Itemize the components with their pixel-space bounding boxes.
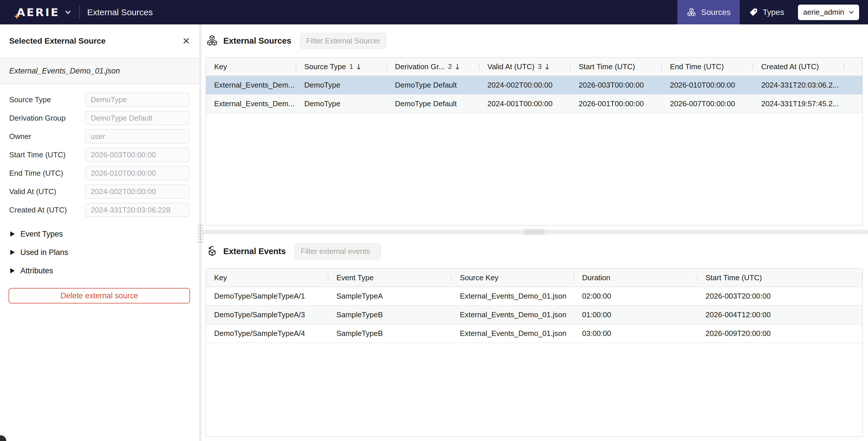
derivation-group-field[interactable]	[85, 111, 189, 125]
cell-filler	[844, 76, 862, 94]
nav-item-label: Sources	[701, 8, 731, 17]
aerie-logo[interactable]: ✦ AERIE	[17, 6, 72, 19]
cell-derivation-group: DemoType Default	[387, 76, 479, 94]
table-header-row: Key Event Type Source Key Duration Start…	[206, 269, 862, 287]
cell-start-time: 2026-009T20:00:00	[698, 324, 862, 343]
column-header-duration[interactable]: Duration	[574, 269, 698, 287]
cell-duration: 02:00:00	[574, 287, 698, 305]
logo-text: AERIE	[17, 6, 60, 19]
column-label: Valid At (UTC)	[487, 62, 534, 71]
nav-divider	[79, 6, 80, 19]
cell-created-at: 2024-331T19:57:45.2...	[753, 95, 844, 113]
nav-item-sources[interactable]: Sources	[677, 0, 740, 24]
table-row[interactable]: DemoType/SampleTypeA/4 SampleTypeB Exter…	[206, 324, 862, 343]
section-attributes[interactable]: Attributes	[10, 262, 199, 280]
form-row: Valid At (UTC)	[9, 182, 189, 201]
cubes-icon	[687, 7, 696, 17]
table-row[interactable]: DemoType/SampleTypeA/3 SampleTypeB Exter…	[206, 306, 862, 324]
cell-event-type: SampleTypeB	[329, 324, 452, 343]
owner-field[interactable]	[85, 129, 189, 144]
column-header-key[interactable]: Key	[206, 269, 329, 287]
external-sources-header: External Sources	[202, 24, 868, 57]
section-event-types[interactable]: Event Types	[10, 225, 199, 243]
sort-order-badge: 2	[448, 63, 452, 70]
column-label: Start Time (UTC)	[579, 62, 635, 71]
column-header-key[interactable]: Key	[206, 58, 296, 76]
logo-star-icon: ✦	[13, 11, 20, 22]
chevron-down-icon	[64, 9, 72, 16]
cell-duration: 03:00:00	[574, 324, 698, 343]
cell-source-type: DemoType	[296, 76, 387, 94]
section-label: Attributes	[20, 266, 53, 275]
column-header-start-time[interactable]: Start Time (UTC)	[570, 58, 662, 76]
cell-source-key: External_Events_Demo_01.json	[452, 306, 574, 324]
field-label: Source Type	[9, 95, 85, 104]
cubes-icon	[206, 35, 218, 47]
sort-desc-icon: ↓	[355, 62, 362, 71]
panel-title: Selected External Source	[9, 36, 182, 46]
field-label: Valid At (UTC)	[9, 187, 85, 196]
vertical-splitter[interactable]	[199, 24, 202, 441]
column-header-event-type[interactable]: Event Type	[329, 269, 452, 287]
cell-event-type: SampleTypeB	[329, 306, 452, 324]
table-row[interactable]: External_Events_Dem... DemoType DemoType…	[206, 76, 862, 95]
column-label: Created At (UTC)	[761, 62, 819, 71]
column-label: Derivation Gr...	[395, 62, 445, 71]
content-area: External Sources Key Source Type 1 ↓ Der…	[202, 24, 868, 441]
cell-key: DemoType/SampleTypeA/4	[206, 324, 329, 343]
selected-source-panel: Selected External Source ✕ External_Even…	[0, 24, 199, 441]
cell-source-type: DemoType	[296, 95, 387, 113]
external-events-panel: External Events Key Event Type Source Ke…	[202, 234, 868, 441]
column-label: Source Key	[460, 273, 498, 282]
cell-key: DemoType/SampleTypeA/3	[206, 306, 329, 324]
created-at-field[interactable]	[85, 203, 189, 217]
delete-external-source-button[interactable]: Delete external source	[9, 288, 190, 303]
table-row[interactable]: DemoType/SampleTypeA/1 SampleTypeA Exter…	[206, 287, 862, 306]
section-used-in-plans[interactable]: Used in Plans	[10, 243, 199, 262]
cell-derivation-group: DemoType Default	[387, 95, 479, 113]
column-header-end-time[interactable]: End Time (UTC)	[662, 58, 753, 76]
section-title: External Sources	[223, 36, 291, 46]
table-row[interactable]: External_Events_Dem... DemoType DemoType…	[206, 95, 862, 113]
column-header-filler	[844, 58, 862, 76]
column-header-start-time[interactable]: Start Time (UTC)	[698, 269, 862, 287]
column-header-source-key[interactable]: Source Key	[452, 269, 574, 287]
panel-header: Selected External Source ✕	[0, 24, 199, 58]
field-label: End Time (UTC)	[9, 169, 85, 178]
field-label: Created At (UTC)	[9, 206, 85, 214]
horizontal-splitter[interactable]	[202, 230, 868, 234]
end-time-field[interactable]	[85, 166, 189, 180]
valid-at-field[interactable]	[85, 184, 189, 199]
collapsible-sections: Event Types Used in Plans Attributes	[0, 219, 199, 280]
page-title: External Sources	[87, 7, 153, 17]
column-header-source-type[interactable]: Source Type 1 ↓	[296, 58, 387, 76]
column-header-derivation-group[interactable]: Derivation Gr... 2 ↓	[387, 58, 479, 76]
column-label: Start Time (UTC)	[706, 273, 762, 282]
column-header-valid-at[interactable]: Valid At (UTC) 3 ↓	[479, 58, 570, 76]
user-menu-value: aerie_admin	[803, 8, 844, 17]
sort-desc-icon: ↓	[544, 62, 551, 71]
column-label: End Time (UTC)	[670, 62, 724, 71]
source-type-field[interactable]	[85, 92, 189, 107]
event-box-icon	[206, 245, 218, 257]
cell-duration: 01:00:00	[574, 306, 698, 324]
section-label: Event Types	[20, 230, 63, 239]
cell-start-time: 2026-003T20:00:00	[698, 287, 862, 305]
source-detail-form: Source Type Derivation Group Owner Start…	[0, 84, 199, 219]
filter-external-sources-input[interactable]	[300, 33, 386, 49]
form-row: Start Time (UTC)	[9, 146, 189, 164]
cell-valid-at: 2024-001T00:00:00	[479, 95, 570, 113]
start-time-field[interactable]	[85, 148, 189, 162]
nav-item-types[interactable]: Types	[740, 0, 794, 24]
chevron-down-icon	[848, 9, 855, 16]
close-icon[interactable]: ✕	[182, 36, 190, 46]
sort-desc-icon: ↓	[454, 62, 461, 71]
column-header-created-at[interactable]: Created At (UTC)	[753, 58, 844, 76]
filter-external-events-input[interactable]	[294, 243, 381, 259]
main-layout: Selected External Source ✕ External_Even…	[0, 24, 868, 441]
collapsed-triangle-icon	[10, 231, 14, 237]
nav-right-group: Sources Types aerie_admin	[677, 0, 868, 24]
user-menu-select[interactable]: aerie_admin	[798, 5, 859, 20]
splitter-drag-handle[interactable]	[524, 229, 546, 235]
form-row: Derivation Group	[9, 109, 189, 127]
